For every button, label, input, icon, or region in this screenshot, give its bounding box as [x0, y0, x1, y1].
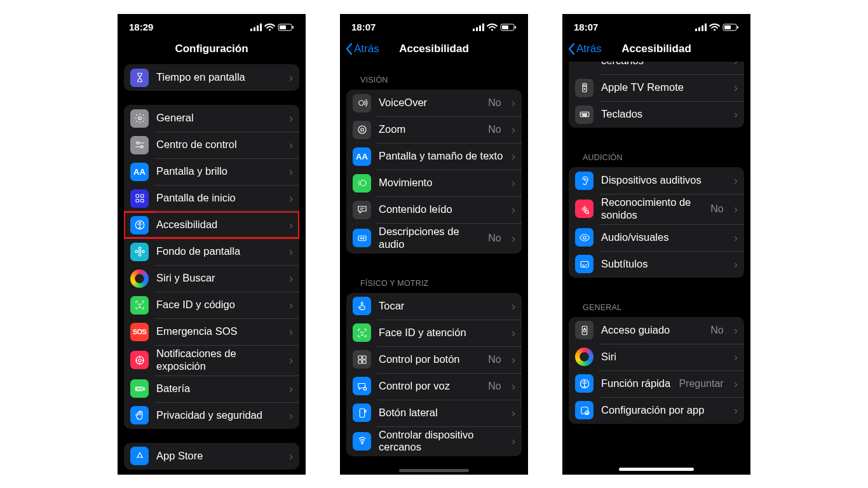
keyboard-icon [575, 105, 593, 124]
svg-point-71 [586, 114, 587, 114]
settings-row[interactable]: Movimiento › [346, 170, 522, 196]
battery-icon [500, 24, 517, 31]
back-button[interactable]: Atrás [345, 43, 379, 55]
phone-2: 18:07 Atrás Accesibilidad cercanos › App… [562, 14, 750, 475]
row-label: Siri [601, 351, 726, 363]
settings-row[interactable]: Acceso guiado No › [569, 317, 744, 344]
row-label: Pantalla y brillo [156, 165, 281, 178]
row-label: Pantalla y tamaño de texto [379, 150, 504, 163]
settings-row[interactable]: Zoom No › [346, 116, 522, 143]
settings-group: App Store › [124, 443, 299, 470]
svg-point-8 [138, 117, 141, 120]
chevron-right-icon: › [512, 434, 515, 448]
svg-point-41 [358, 100, 363, 105]
settings-row[interactable]: Teclados › [569, 101, 744, 128]
exposure-icon [130, 351, 149, 369]
svg-rect-32 [136, 388, 141, 390]
settings-row[interactable]: Face ID y atención › [346, 320, 522, 346]
chevron-right-icon: › [289, 218, 293, 232]
page-title: Accesibilidad [621, 43, 691, 55]
svg-rect-59 [705, 24, 707, 31]
settings-row[interactable]: Configuración por app › [569, 397, 744, 424]
settings-row[interactable]: Controlar dispositivo cercanos › [346, 426, 522, 457]
settings-row[interactable]: Apple TV Remote › [569, 74, 744, 101]
settings-row[interactable]: Privacidad y seguridad › [124, 402, 299, 429]
svg-rect-33 [473, 29, 475, 31]
settings-row[interactable]: Reconocimiento de sonidos No › [569, 194, 744, 224]
row-value: No [488, 381, 501, 392]
perapp-icon [575, 401, 593, 419]
settings-row[interactable]: Accesibilidad › [124, 212, 299, 238]
row-label: Descripciones de audio [379, 226, 480, 251]
settings-row[interactable]: Audio/visuales › [569, 224, 744, 251]
row-label: Control por voz [379, 380, 480, 393]
settings-row[interactable]: Función rápida Preguntar › [569, 370, 744, 397]
settings-row[interactable]: cercanos › [569, 62, 744, 74]
settings-row[interactable]: App Store › [124, 443, 299, 470]
svg-rect-53 [360, 409, 365, 417]
svg-rect-40 [515, 26, 516, 29]
status-time: 18:29 [129, 22, 153, 32]
settings-row[interactable]: Face ID y código › [124, 292, 299, 318]
row-value: No [488, 233, 501, 244]
content[interactable]: VISIÓN VoiceOver No › Zoom No › AA Panta… [340, 62, 528, 475]
svg-point-25 [138, 359, 141, 362]
svg-point-17 [139, 250, 141, 253]
section-header: AUDICIÓN [562, 142, 750, 167]
chevron-right-icon: › [289, 449, 293, 463]
settings-row[interactable]: AA Pantalla y tamaño de texto › [346, 143, 522, 170]
grid-icon [130, 189, 149, 208]
settings-row[interactable]: Centro de control › [124, 132, 299, 158]
settings-row[interactable]: Descripciones de audio No › [346, 223, 522, 254]
content[interactable]: Tiempo en pantalla › General › Centro de… [118, 62, 306, 475]
svg-rect-6 [280, 25, 286, 29]
status-icons [473, 24, 517, 31]
svg-point-70 [585, 114, 585, 114]
settings-row[interactable]: Contenido leído › [346, 196, 522, 223]
chevron-right-icon: › [734, 173, 738, 187]
svg-rect-13 [136, 200, 139, 203]
settings-row[interactable]: SOS Emergencia SOS › [124, 318, 299, 345]
sliders-icon [130, 136, 149, 154]
row-label: Tocar [379, 300, 504, 313]
svg-point-44 [360, 180, 366, 186]
settings-row[interactable]: Siri y Buscar › [124, 265, 299, 292]
content[interactable]: cercanos › Apple TV Remote › Teclados › … [562, 62, 750, 475]
settings-row[interactable]: VoiceOver No › [346, 90, 522, 116]
row-label: Control por botón [379, 353, 480, 366]
svg-point-10 [140, 146, 143, 148]
settings-row[interactable]: Control por botón No › [346, 346, 522, 373]
gear-icon [130, 109, 149, 128]
settings-row[interactable]: Control por voz No › [346, 373, 522, 400]
row-label: Subtítulos [601, 258, 726, 271]
row-label: Controlar dispositivo cercanos [379, 429, 504, 454]
settings-row[interactable]: Tiempo en pantalla › [124, 64, 299, 91]
settings-row[interactable]: General › [124, 105, 299, 132]
settings-row[interactable]: Siri › [569, 344, 744, 370]
settings-row[interactable]: AA Pantalla y brillo › [124, 158, 299, 185]
cellular-icon [473, 24, 484, 31]
settings-row[interactable]: Notificaciones de exposición › [124, 345, 299, 376]
row-label: Función rápida [601, 377, 671, 390]
wifi-icon [487, 24, 498, 31]
settings-row[interactable]: Fondo de pantalla › [124, 238, 299, 265]
svg-rect-11 [136, 194, 139, 198]
settings-row[interactable]: Batería › [124, 376, 299, 402]
navbar: Atrás Accesibilidad [340, 36, 528, 62]
settings-row[interactable]: Pantalla de inicio › [124, 185, 299, 212]
chevron-right-icon: › [734, 403, 738, 417]
back-button[interactable]: Atrás [567, 43, 602, 55]
status-icons [250, 24, 294, 31]
chevron-left-icon [567, 43, 575, 55]
settings-row[interactable]: Tocar › [346, 293, 522, 320]
svg-point-66 [584, 89, 585, 90]
settings-row[interactable]: Botón lateral › [346, 400, 522, 426]
svg-rect-50 [358, 360, 362, 363]
chevron-right-icon: › [734, 81, 738, 95]
settings-row[interactable]: Subtítulos › [569, 251, 744, 278]
settings-row[interactable]: Dispositivos auditivos › [569, 167, 744, 194]
chevron-right-icon: › [512, 176, 515, 190]
svg-rect-54 [365, 410, 366, 412]
svg-rect-72 [583, 115, 587, 116]
chevron-right-icon: › [289, 71, 293, 85]
